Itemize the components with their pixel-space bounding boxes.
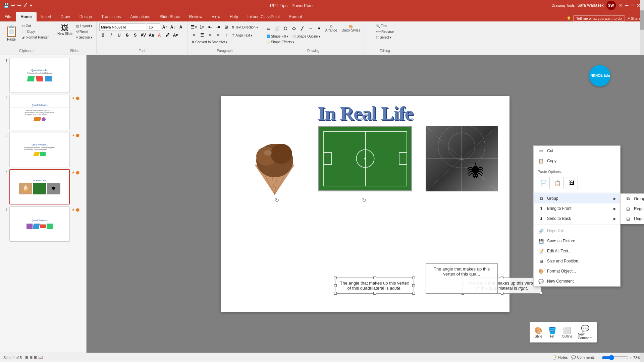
comments-btn[interactable]: 💬 Comments <box>571 355 595 360</box>
ctx-bring-to-front[interactable]: ⬆ Bring to Front ▶ <box>534 203 620 214</box>
more-icon[interactable]: ▾ <box>30 3 32 8</box>
shape-snip[interactable]: ⬡ <box>282 25 289 32</box>
save-icon[interactable]: 💾 <box>3 3 9 8</box>
text-box-3[interactable]: The angle that makes up this vertex of t… <box>426 263 498 294</box>
replace-btn[interactable]: ⟺ Replace <box>375 29 395 34</box>
submenu-regroup[interactable]: ⊞ Regroup <box>621 204 644 214</box>
char-space-btn[interactable]: AV <box>140 32 147 39</box>
tab-view[interactable]: View <box>207 12 225 21</box>
ctx-new-comment[interactable]: 💬 New Comment <box>534 276 620 286</box>
slide-thumb-1[interactable]: 1 Quadrilaterals: A Parade of Four-Sided… <box>2 58 84 93</box>
tab-transitions[interactable]: Transitions <box>97 12 125 21</box>
layout-button[interactable]: ▤ Layout ▾ <box>75 23 94 28</box>
handle-tr[interactable] <box>412 277 415 279</box>
shape-rect[interactable]: ▭ <box>265 25 272 32</box>
tell-me-input[interactable]: Tell me what you want to do <box>573 15 625 21</box>
align-left-btn[interactable]: ≡ <box>190 32 198 39</box>
new-slide-button[interactable]: 🖼 New Slide <box>56 23 74 37</box>
handle-bl[interactable] <box>334 292 337 295</box>
tab-design[interactable]: Design <box>75 12 97 21</box>
reading-view-icon[interactable]: 📖 <box>38 355 43 360</box>
paste-button[interactable]: 📋 Paste <box>3 23 20 43</box>
tab-inknoe[interactable]: Inknoe ClassPoint <box>243 12 285 21</box>
sorter-view-icon[interactable]: ⊞ <box>34 355 37 360</box>
italic-btn[interactable]: I <box>107 32 115 39</box>
shape-effects-btn[interactable]: ✨ Shape Effects ▾ <box>265 40 296 45</box>
handle-ml[interactable] <box>334 284 337 287</box>
user-avatar[interactable]: SW <box>606 1 616 10</box>
tab-review[interactable]: Review <box>184 12 207 21</box>
increase-indent-btn[interactable]: ⇥ <box>214 23 222 31</box>
shape-rounded[interactable]: ⬜ <box>273 25 281 32</box>
redo-icon[interactable]: ↪ <box>17 3 21 8</box>
handle-br2[interactable] <box>540 292 542 295</box>
tab-format[interactable]: Format <box>284 12 307 21</box>
normal-view-icon[interactable]: ⊞ <box>25 355 28 360</box>
ctx-group[interactable]: ⧉ Group ▶ ⧉ Group ⊞ Regroup ⊟ Ungroup <box>534 193 620 203</box>
submenu-ungroup[interactable]: ⊟ Ungroup <box>621 214 644 224</box>
ctx-cut[interactable]: ✂ Cut <box>534 146 620 156</box>
slide-img-2[interactable]: Quadrilaterals There are many different … <box>9 95 70 130</box>
tab-file[interactable]: File <box>0 12 16 21</box>
align-center-btn[interactable]: ☰ <box>198 32 206 39</box>
notes-btn[interactable]: 📝 Notes <box>552 355 568 360</box>
customize-icon[interactable]: 🖊 <box>23 3 28 8</box>
tab-animations[interactable]: Animations <box>125 12 155 21</box>
shadow-btn[interactable]: S <box>131 32 139 39</box>
handle-tl[interactable] <box>334 277 337 279</box>
slide-img-1[interactable]: Quadrilaterals: A Parade of Four-Sided P… <box>9 58 70 93</box>
tab-draw[interactable]: Draw <box>56 12 75 21</box>
justify-btn[interactable]: ≡ <box>214 32 222 39</box>
paste-opt-1[interactable]: 📄 <box>538 177 550 189</box>
cut-button[interactable]: ✂ Cut <box>21 23 50 28</box>
handle-tm2[interactable] <box>501 277 503 279</box>
slide-thumb-3[interactable]: 3 Let's Review... All polygons are made … <box>2 132 84 167</box>
shape-arrow[interactable]: → <box>307 25 314 32</box>
align-right-btn[interactable]: ≡ <box>206 32 214 39</box>
change-case-btn[interactable]: Aa <box>148 32 155 39</box>
text-box-1[interactable]: The angle that makes up this vertex of t… <box>335 278 414 294</box>
select-btn[interactable]: ⬚ Select ▾ <box>375 35 393 40</box>
ft-style-btn[interactable]: 🎨 Style <box>533 325 544 339</box>
handle-mr[interactable] <box>412 284 415 287</box>
ctx-edit-alt[interactable]: 📝 Edit Alt Text... <box>534 246 620 256</box>
share-btn[interactable]: ↗ Share <box>627 16 641 21</box>
tab-help[interactable]: Help <box>225 12 243 21</box>
slide-img-5[interactable]: Quadrilaterals <box>9 206 70 242</box>
slide-img-3[interactable]: Let's Review... All polygons are made up… <box>9 132 70 167</box>
bullets-btn[interactable]: ☰≡ <box>190 23 198 31</box>
slide-img-4[interactable]: In Real Life 🍦 🕷 <box>9 169 70 204</box>
align-text-btn[interactable]: ⊤ Align Text ▾ <box>230 33 254 38</box>
clear-format-btn[interactable]: Ā <box>177 23 184 31</box>
zoom-slider[interactable] <box>602 355 629 360</box>
handle-bm[interactable] <box>373 292 376 295</box>
minimize-btn[interactable]: ─ <box>625 3 629 8</box>
strikethrough-btn[interactable]: S <box>123 32 131 39</box>
ctx-size-position[interactable]: ⊞ Size and Position... <box>534 256 620 266</box>
handle-tm[interactable] <box>373 277 376 279</box>
canvas-area[interactable]: INKNOE Edu In Real Life <box>87 55 644 353</box>
font-shrink-btn[interactable]: A↓ <box>169 23 176 31</box>
shape-outline-btn[interactable]: ⬜ Shape Outline ▾ <box>290 34 321 39</box>
ctx-copy[interactable]: 📋 Copy <box>534 156 620 166</box>
font-grow-btn[interactable]: A↑ <box>161 23 168 31</box>
font-size-input[interactable] <box>147 23 160 31</box>
ft-fill-btn[interactable]: 🪣 Fill <box>546 325 558 339</box>
reset-button[interactable]: ↺ Reset <box>75 29 94 34</box>
arrange-btn[interactable]: ⧉ Arrange <box>324 23 339 33</box>
find-btn[interactable]: 🔍 Find <box>375 23 388 28</box>
font-color-btn[interactable]: A <box>156 32 163 39</box>
text-direction-btn[interactable]: ⇅ Text Direction ▾ <box>230 25 259 30</box>
quick-styles-btn[interactable]: 🎨 Quick Styles <box>340 24 362 33</box>
undo-icon[interactable]: ↩ <box>11 3 15 8</box>
tab-slideshow[interactable]: Slide Show <box>155 12 184 21</box>
tab-insert[interactable]: Insert <box>37 12 56 21</box>
slide-thumb-4[interactable]: 4 In Real Life 🍦 🕷 ★ ⬤ <box>2 169 84 204</box>
slide-thumb-5[interactable]: 5 Quadrilaterals ★ ⬤ <box>2 206 84 242</box>
paste-opt-3[interactable]: 🖼 <box>566 177 578 189</box>
ft-outline-btn[interactable]: ⬜ Outline <box>560 325 574 339</box>
handle-br[interactable] <box>412 292 415 295</box>
slide-thumb-2[interactable]: 2 Quadrilaterals There are many differen… <box>2 95 84 130</box>
numbering-btn[interactable]: 1≡ <box>198 23 206 31</box>
ctx-format-object[interactable]: 🎨 Format Object... <box>534 266 620 276</box>
